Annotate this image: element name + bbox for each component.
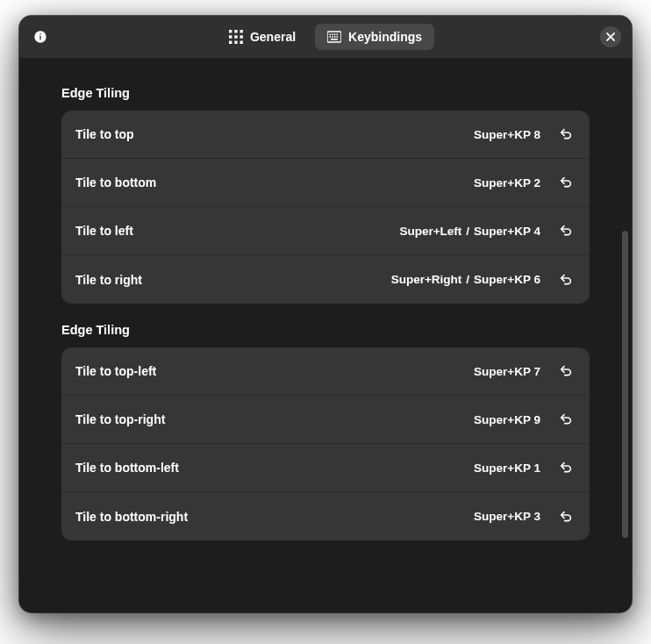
svg-rect-14 — [332, 34, 333, 36]
svg-rect-18 — [332, 36, 333, 38]
keybinding-label: Tile to bottom — [75, 175, 474, 190]
svg-rect-4 — [234, 30, 237, 32]
svg-rect-1 — [39, 36, 40, 40]
svg-rect-16 — [337, 34, 339, 36]
scrollbar-thumb[interactable] — [622, 231, 628, 538]
undo-icon — [559, 461, 573, 475]
keybinding-label: Tile to top — [75, 127, 474, 141]
section-title: Edge Tiling — [61, 323, 590, 337]
keybinding-label: Tile to top-left — [75, 364, 474, 378]
content-area: Edge Tiling Tile to top Super+KP 8 Tile … — [19, 58, 632, 612]
keybinding-row[interactable]: Tile to top-left Super+KP 7 — [61, 347, 590, 396]
keybinding-label: Tile to top-right — [75, 412, 474, 426]
undo-icon — [559, 364, 573, 378]
keybinding-label: Tile to bottom-left — [75, 461, 474, 475]
keybinding-label: Tile to bottom-right — [75, 510, 474, 524]
undo-icon — [559, 175, 573, 190]
svg-rect-15 — [334, 34, 336, 36]
tab-general[interactable]: General — [217, 24, 308, 50]
svg-rect-19 — [334, 36, 336, 38]
undo-icon — [559, 412, 573, 426]
keybinding-row[interactable]: Tile to top-right Super+KP 9 — [61, 396, 590, 444]
undo-icon — [559, 510, 573, 524]
close-icon — [606, 32, 615, 41]
svg-rect-20 — [337, 36, 339, 38]
svg-rect-13 — [330, 34, 332, 36]
info-button[interactable] — [30, 26, 51, 47]
keybinding-label: Tile to right — [75, 273, 391, 287]
info-icon — [33, 30, 47, 44]
svg-rect-3 — [229, 30, 232, 32]
keybinding-shortcut: Super+KP 9 — [474, 413, 540, 426]
keybinding-row[interactable]: Tile to bottom Super+KP 2 — [61, 159, 590, 207]
svg-rect-8 — [240, 35, 242, 38]
keybinding-shortcut: Super+KP 3 — [474, 510, 540, 523]
keybinding-row[interactable]: Tile to bottom-left Super+KP 1 — [61, 444, 590, 492]
tab-switcher: General Keybindings — [217, 24, 434, 50]
tab-keybindings[interactable]: Keybindings — [315, 24, 434, 50]
close-button[interactable] — [600, 26, 621, 47]
settings-window: General Keybindings Edge Tiling — [19, 16, 632, 612]
svg-rect-5 — [240, 30, 242, 32]
keybinding-label: Tile to left — [75, 224, 399, 238]
keybinding-group: Tile to top-left Super+KP 7 Tile to top-… — [61, 347, 590, 540]
reset-button[interactable] — [556, 458, 576, 477]
tab-general-label: General — [250, 30, 296, 44]
tab-keybindings-label: Keybindings — [348, 30, 422, 44]
section-title: Edge Tiling — [61, 86, 590, 100]
keyboard-icon — [327, 30, 341, 44]
keybinding-row[interactable]: Tile to left Super+Left/Super+KP 4 — [61, 207, 590, 255]
keybinding-shortcut: Super+Right/Super+KP 6 — [391, 273, 540, 286]
reset-button[interactable] — [556, 270, 576, 290]
svg-rect-21 — [331, 39, 338, 40]
reset-button[interactable] — [556, 221, 576, 240]
svg-rect-17 — [330, 36, 332, 38]
svg-rect-6 — [229, 35, 232, 38]
keybinding-shortcut: Super+KP 7 — [474, 365, 540, 378]
header-bar: General Keybindings — [19, 16, 632, 58]
svg-rect-11 — [240, 41, 242, 44]
keybinding-shortcut: Super+KP 2 — [474, 176, 540, 190]
reset-button[interactable] — [556, 410, 576, 429]
reset-button[interactable] — [556, 173, 576, 192]
keybinding-row[interactable]: Tile to bottom-right Super+KP 3 — [61, 492, 590, 540]
keybinding-group: Tile to top Super+KP 8 Tile to bottom Su… — [61, 111, 590, 304]
keybinding-row[interactable]: Tile to right Super+Right/Super+KP 6 — [61, 255, 590, 304]
undo-icon — [559, 224, 573, 238]
reset-button[interactable] — [556, 361, 576, 381]
svg-rect-10 — [234, 41, 237, 44]
keybinding-shortcut: Super+Left/Super+KP 4 — [399, 225, 540, 238]
svg-rect-2 — [39, 33, 40, 34]
reset-button[interactable] — [556, 125, 576, 144]
grid-icon — [229, 30, 243, 44]
reset-button[interactable] — [556, 507, 576, 526]
keybinding-row[interactable]: Tile to top Super+KP 8 — [61, 111, 590, 159]
keybinding-shortcut: Super+KP 8 — [474, 128, 540, 141]
undo-icon — [559, 127, 573, 141]
keybinding-shortcut: Super+KP 1 — [474, 462, 540, 475]
svg-rect-9 — [229, 41, 232, 44]
svg-rect-7 — [234, 35, 237, 38]
undo-icon — [559, 273, 573, 287]
